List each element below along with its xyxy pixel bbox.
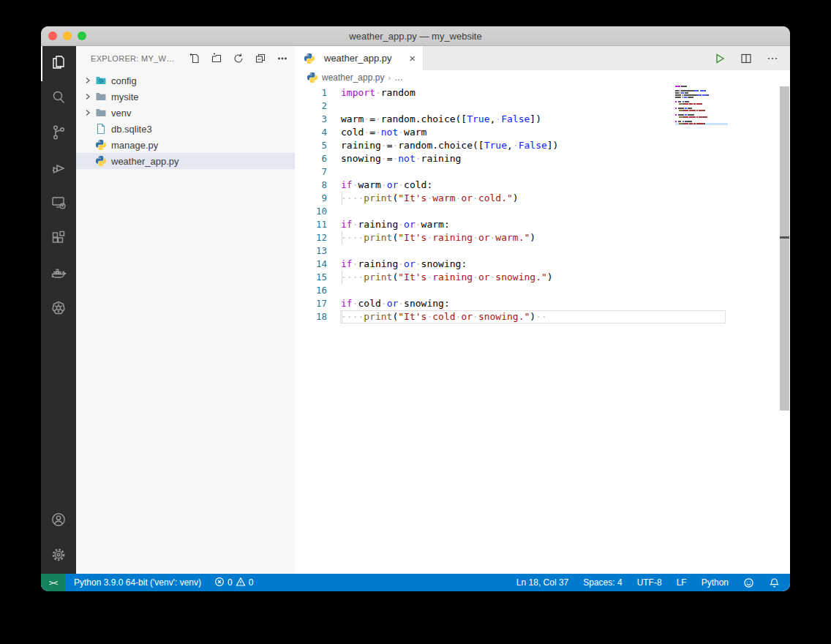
code-editor[interactable]: 1import·random23warm·=·random.choice([Tr… [295,85,790,574]
breadcrumb: weather_app.py › … [295,70,790,85]
cursor-overview-marker [780,236,789,239]
activity-search[interactable] [41,81,76,116]
code-line-18[interactable]: 18····print("It's·cold·or·snowing.")·· [295,310,790,323]
line-number: 13 [295,244,327,258]
split-editor-icon[interactable] [739,51,753,66]
refresh-icon[interactable] [232,52,245,65]
code-line-6[interactable]: 6snowing·=·not·raining [295,152,790,165]
minimize-window-button[interactable] [63,31,72,40]
chevron-right-icon [82,75,94,86]
collapse-all-icon[interactable] [254,52,267,65]
code-line-9[interactable]: 9····print("It's·warm·or·cold.") [295,192,790,205]
activity-accounts[interactable] [41,503,76,539]
folder-icon [95,91,107,102]
activity-source-control[interactable] [41,116,76,151]
tree-item-config[interactable]: config [76,72,295,89]
line-number: 11 [295,218,327,231]
close-window-button[interactable] [48,31,57,40]
eol-status[interactable]: LF [675,577,688,588]
warning-icon [236,577,246,589]
line-number: 16 [295,284,327,297]
activity-remote-explorer[interactable] [41,187,76,222]
code-line-5[interactable]: 5raining·=·random.choice([True,·False]) [295,139,790,152]
cursor-position-status[interactable]: Ln 18, Col 37 [515,577,570,588]
tree-item-weather-app-py[interactable]: weather_app.py [76,153,295,169]
line-number: 1 [295,86,327,100]
close-tab-icon[interactable]: × [409,52,416,64]
code-line-4[interactable]: 4cold·=·not·warm [295,126,790,139]
line-number: 2 [295,100,327,113]
activity-kubernetes[interactable] [41,292,76,327]
code-line-16[interactable]: 16 [295,284,790,297]
chevron-right-icon: › [388,73,391,82]
chevron-right-icon [82,107,94,119]
line-number: 3 [295,113,327,126]
new-folder-icon[interactable] [210,52,223,65]
vscode-window: weather_app.py — my_website [41,26,790,591]
line-number: 9 [295,192,327,205]
code-line-8[interactable]: 8if·warm·or·cold: [295,179,790,192]
files-icon [50,53,67,74]
code-line-7[interactable]: 7 [295,165,790,179]
indentation-status[interactable]: Spaces: 4 [582,577,623,588]
remote-indicator[interactable]: >< [41,574,65,591]
code-line-14[interactable]: 14if·raining·or·snowing: [295,258,790,271]
tree-item-mysite[interactable]: mysite [76,89,295,105]
run-python-file-icon[interactable] [712,51,727,66]
tree-item-label: config [111,75,137,86]
code-line-15[interactable]: 15····print("It's·raining·or·snowing.") [295,271,790,284]
minimap-line [675,123,728,125]
warning-count: 0 [249,577,254,588]
activity-settings[interactable] [41,539,76,574]
activity-docker[interactable] [41,257,76,292]
python-icon [95,155,107,167]
line-number: 17 [295,297,327,310]
line-number: 15 [295,271,327,284]
breadcrumb-file[interactable]: weather_app.py [322,72,384,83]
code-line-13[interactable]: 13 [295,244,790,258]
editor-group: weather_app.py × weather_app.py › … 1imp… [295,46,790,574]
tree-item-venv[interactable]: venv [76,105,295,121]
window-controls [48,26,86,45]
more-actions-icon[interactable] [765,51,780,66]
maximize-window-button[interactable] [78,31,86,40]
code-line-11[interactable]: 11if·raining·or·warm: [295,218,790,231]
bell-icon[interactable] [767,577,781,588]
minimap[interactable] [675,86,728,125]
more-actions-icon[interactable] [276,52,289,65]
tree-item-label: manage.py [111,140,158,151]
problems-status[interactable]: 0 0 [213,577,255,589]
file-tree: configmysitevenvdb.sqlite3manage.pyweath… [76,72,295,169]
feedback-icon[interactable] [742,577,756,588]
tree-item-manage-py[interactable]: manage.py [76,137,295,153]
line-number: 7 [295,165,327,179]
vertical-scrollbar[interactable] [780,86,789,411]
gear-icon [50,546,67,566]
line-number: 12 [295,231,327,244]
line-number: 10 [295,205,327,218]
tab-weather-app[interactable]: weather_app.py × [295,46,424,70]
code-line-10[interactable]: 10 [295,205,790,218]
tree-item-label: mysite [111,91,139,102]
account-icon [50,511,67,531]
titlebar[interactable]: weather_app.py — my_website [41,26,790,46]
tree-item-db-sqlite3[interactable]: db.sqlite3 [76,121,295,137]
tab-bar: weather_app.py × [295,46,790,70]
python-interpreter-status[interactable]: Python 3.9.0 64-bit ('venv': venv) [72,577,203,588]
breadcrumb-tail[interactable]: … [394,72,403,83]
error-count: 0 [228,577,233,588]
indent-guide [342,231,342,244]
language-mode-status[interactable]: Python [700,577,730,588]
line-number: 6 [295,152,327,165]
activity-run-debug[interactable] [41,151,76,187]
encoding-status[interactable]: UTF-8 [636,577,663,588]
code-line-17[interactable]: 17if·cold·or·snowing: [295,297,790,310]
activity-extensions[interactable] [41,222,76,257]
explorer-title: EXPLORER: MY_W… [91,54,175,63]
code-line-12[interactable]: 12····print("It's·raining·or·warm.") [295,231,790,244]
remote-explorer-icon [50,194,67,214]
line-number: 14 [295,258,327,271]
activity-explorer[interactable] [41,46,76,81]
indent-guide [342,310,342,323]
new-file-icon[interactable] [188,52,201,65]
